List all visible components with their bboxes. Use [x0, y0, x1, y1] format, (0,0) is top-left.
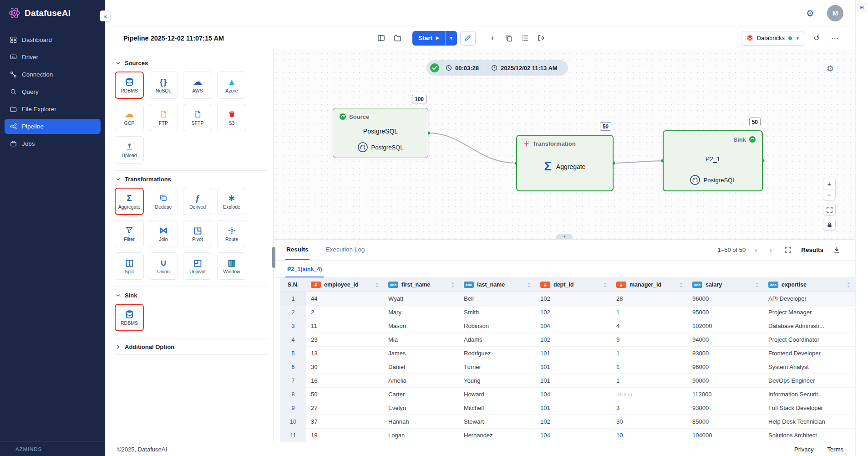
sidebar-item-file-explorer[interactable]: File Explorer — [5, 102, 101, 117]
download-results-button[interactable] — [830, 243, 843, 257]
connection-selector-button[interactable]: Databricks ▼ — [741, 31, 805, 46]
palette-item-split[interactable]: ◫Split — [115, 252, 144, 280]
palette-item-gcp[interactable]: ☁GCP — [115, 104, 144, 131]
add-node-button[interactable]: + — [486, 31, 499, 45]
column-header-manager-id[interactable]: #manager_id — [612, 278, 688, 292]
table-cell: Wyatt — [384, 292, 459, 306]
column-header-last-name[interactable]: abclast_name — [459, 278, 536, 292]
canvas-node-sink[interactable]: 50SinkP2_1PostgreSQL — [663, 130, 763, 191]
palette-item-nosql[interactable]: {}NoSQL — [149, 72, 178, 99]
footer-link-terms[interactable]: Terms — [827, 446, 843, 453]
table-row[interactable]: 513JamesRodriguez101193000Frontend Devel… — [280, 347, 855, 360]
layout-panel-button[interactable] — [374, 31, 388, 45]
avatar[interactable]: M — [827, 5, 843, 21]
table-row[interactable]: 630DanielTurner101196000System Analyst — [280, 360, 855, 374]
palette-item-aggregate[interactable]: ΣAggregate — [115, 188, 144, 215]
results-tab-execution-log[interactable]: Execution Log — [325, 240, 366, 260]
panel-resize-handle[interactable]: ▼ — [556, 234, 573, 239]
sort-icon[interactable] — [603, 282, 607, 288]
column-header-first-name[interactable]: abcfirst_name — [384, 278, 459, 292]
edit-pipeline-button[interactable] — [460, 31, 476, 46]
results-grip-handle[interactable] — [272, 247, 275, 268]
palette-item-azure[interactable]: ▲Azure — [217, 72, 246, 99]
aggregate-icon: Σ — [127, 193, 132, 202]
history-button[interactable]: ↺ — [810, 31, 823, 45]
table-row[interactable]: 850CarterHoward104[NULL]112000Informatio… — [280, 388, 855, 401]
sidebar-item-jobs[interactable]: Jobs — [5, 136, 101, 151]
table-row[interactable]: 716AmeliaYoung101190000DevOps Engineer — [280, 374, 855, 388]
column-header-expertise[interactable]: abcexpertise — [764, 278, 855, 292]
sidebar-item-dashboard[interactable]: Dashboard — [5, 32, 101, 47]
list-view-button[interactable] — [518, 31, 532, 45]
sort-icon[interactable] — [847, 282, 851, 288]
results-tab-results[interactable]: Results — [285, 240, 310, 260]
more-options-button[interactable]: ⋯ — [828, 31, 842, 45]
palette-item-upload[interactable]: Upload — [115, 136, 144, 164]
palette-item-rdbms[interactable]: RDBMS — [115, 72, 144, 99]
duplicate-button[interactable] — [502, 31, 516, 45]
lock-canvas-button[interactable] — [823, 219, 835, 230]
results-subtab-p2-1-sink-4[interactable]: P2_1(sink_4) — [285, 266, 324, 277]
zoom-in-button[interactable]: + — [823, 178, 835, 189]
table-row[interactable]: 144WyattBell1022896000API Developer — [280, 292, 855, 306]
brand[interactable]: DatafuseAI — [0, 0, 105, 25]
palette-item-explode[interactable]: ∗Explode — [217, 188, 246, 215]
table-row[interactable]: 311MasonRobinson1044102000Database Admin… — [280, 319, 855, 333]
split-icon: ◫ — [125, 258, 133, 267]
sidebar-item-pipeline[interactable]: Pipeline — [5, 119, 101, 134]
palette-item-pivot[interactable]: ◳Pivot — [183, 220, 212, 247]
start-options-caret[interactable]: ▼ — [445, 31, 457, 46]
palette-item-derived[interactable]: ƒDerived — [183, 188, 212, 215]
sidebar-collapse-button[interactable]: « — [100, 10, 111, 21]
palette-item-unpivot[interactable]: ◰Unpivot — [183, 252, 212, 280]
clock-icon — [491, 65, 497, 71]
fit-view-button[interactable] — [823, 204, 835, 215]
column-header-salary[interactable]: abcsalary — [688, 278, 764, 292]
canvas-node-source[interactable]: 100SourcePostgreSQLPostgreSQL — [333, 108, 428, 158]
palette-item-aws[interactable]: ☁AWS — [183, 72, 212, 99]
palette-item-s3[interactable]: S3 — [217, 104, 246, 131]
sort-icon[interactable] — [679, 282, 683, 288]
open-pipeline-button[interactable] — [391, 31, 404, 45]
join-icon: ⋈ — [159, 225, 168, 235]
palette-item-window[interactable]: ▥Window — [217, 252, 246, 280]
canvas-node-transformation[interactable]: 50TransformationΣAggregate — [516, 135, 614, 191]
sort-icon[interactable] — [755, 282, 759, 288]
palette-item-ftp[interactable]: FTP — [149, 104, 178, 131]
footer-link-privacy[interactable]: Privacy — [794, 446, 814, 453]
panel-toggle-button[interactable]: ⊞ — [858, 3, 866, 12]
zoom-out-button[interactable]: − — [823, 189, 835, 200]
palette-item-rdbms[interactable]: RDBMS — [115, 304, 144, 331]
sort-icon[interactable] — [451, 282, 455, 288]
palette-item-dedupe[interactable]: Dedupe — [149, 188, 178, 215]
table-row[interactable]: 1037HannahStewart1023085000Help Desk Tec… — [280, 415, 855, 429]
expand-results-button[interactable] — [781, 243, 795, 257]
prev-page-button[interactable]: ‹ — [752, 246, 760, 254]
sidebar-item-driver[interactable]: Driver — [5, 50, 101, 65]
next-page-button[interactable]: › — [766, 246, 775, 254]
table-row[interactable]: 22MarySmith102195000Project Manager — [280, 306, 855, 319]
palette-section-sink[interactable]: Sink — [115, 287, 267, 303]
table-row[interactable]: 423MiaAdams102994000Project Coordinator — [280, 333, 855, 347]
palette-section-sources[interactable]: Sources — [115, 55, 267, 71]
column-header-employee-id[interactable]: #employee_id — [306, 278, 384, 292]
palette-section-transformations[interactable]: Transformations — [115, 171, 267, 187]
sidebar-item-connection[interactable]: Connection — [5, 67, 101, 82]
pipeline-canvas[interactable]: 00:03:28 2025/12/02 11:13 AM ⚙ 100Source… — [274, 50, 855, 239]
palette-item-filter[interactable]: Filter — [115, 220, 144, 247]
canvas-settings-button[interactable]: ⚙ — [823, 62, 837, 76]
export-button[interactable] — [535, 31, 548, 45]
table-row[interactable]: 1119LoganHernandez10410104000Solutions A… — [280, 429, 855, 442]
sort-icon[interactable] — [527, 282, 531, 288]
sidebar-item-query[interactable]: Query — [5, 84, 101, 99]
settings-button[interactable]: ⚙ — [803, 6, 817, 20]
palette-item-join[interactable]: ⋈Join — [149, 220, 178, 247]
start-pipeline-button[interactable]: Start▶ — [412, 31, 445, 46]
palette-item-sftp[interactable]: SFTP — [183, 104, 212, 131]
column-header-dept-id[interactable]: #dept_id — [536, 278, 612, 292]
palette-section-additional-option[interactable]: Additional Option — [115, 338, 267, 354]
sort-icon[interactable] — [375, 282, 379, 288]
palette-item-union[interactable]: ∪Union — [149, 252, 178, 280]
palette-item-route[interactable]: Route — [217, 220, 246, 247]
table-row[interactable]: 927EvelynMitchell101393000Full Stack Dev… — [280, 401, 855, 415]
